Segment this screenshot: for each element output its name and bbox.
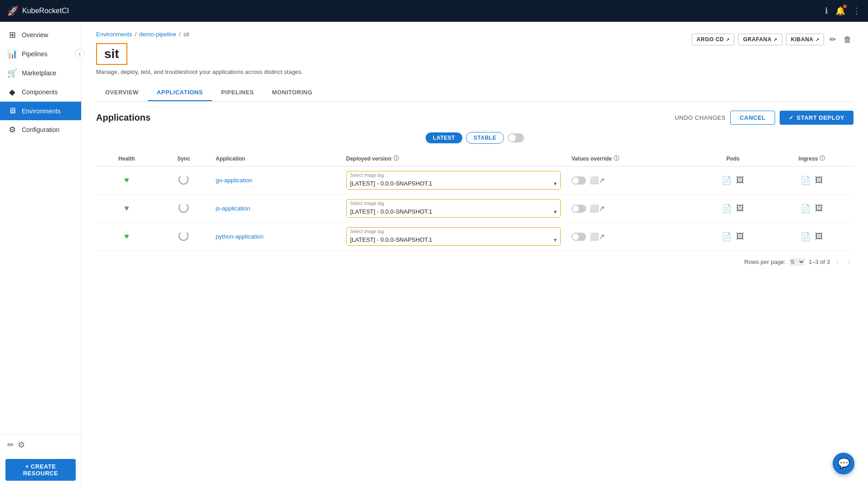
ingress-cell: 📄 🖼 xyxy=(770,223,853,251)
ingress-doc-icon[interactable]: 📄 xyxy=(800,204,810,214)
th-deployed-version: Deployed version ⓘ xyxy=(341,151,567,166)
start-deploy-label: START DEPLOY xyxy=(797,114,844,121)
values-toggle[interactable] xyxy=(572,233,586,241)
sidebar-item-overview[interactable]: ⊞ Overview xyxy=(0,25,81,44)
env-title: sit xyxy=(96,43,127,65)
sync-cell xyxy=(157,166,210,195)
th-health: Health xyxy=(96,151,157,166)
pods-doc-icon[interactable]: 📄 xyxy=(722,204,732,214)
ingress-doc-icon[interactable]: 📄 xyxy=(800,176,810,185)
th-values-override: Values override ⓘ xyxy=(566,151,696,166)
stable-tag-button[interactable]: STABLE xyxy=(466,132,504,144)
pods-ext-icon[interactable]: 🖼 xyxy=(736,204,744,213)
sidebar-item-pipelines[interactable]: 📊 Pipelines xyxy=(0,44,81,63)
edit-values-icon[interactable]: ⬜↗ xyxy=(590,232,605,241)
edit-values-icon[interactable]: ⬜↗ xyxy=(590,176,605,185)
ingress-info-icon[interactable]: ⓘ xyxy=(820,155,825,162)
ingress-ext-icon[interactable]: 🖼 xyxy=(815,232,823,241)
image-tag-select[interactable]: [LATEST] - 0.0.0-SNAPSHOT.1[STABLE] - 0.… xyxy=(347,178,561,189)
kibana-button[interactable]: KIBANA ↗ xyxy=(786,34,824,45)
values-override-cell: ⬜↗ xyxy=(566,166,696,195)
delete-env-button[interactable]: 🗑 xyxy=(842,33,853,46)
sidebar-item-label: Marketplace xyxy=(22,69,56,77)
sidebar-item-configuration[interactable]: ⚙ Configuration xyxy=(0,120,81,139)
edit-values-icon[interactable]: ⬜↗ xyxy=(590,204,605,213)
section-header: Applications UNDO CHANGES CANCEL ✓ START… xyxy=(96,111,853,125)
ingress-doc-icon[interactable]: 📄 xyxy=(800,232,810,242)
tab-pipelines[interactable]: PIPELINES xyxy=(212,84,263,101)
values-toggle[interactable] xyxy=(572,205,586,213)
tab-applications[interactable]: APPLICATIONS xyxy=(148,84,212,101)
sidebar-item-label: Configuration xyxy=(22,126,59,133)
health-icon: ♥ xyxy=(124,232,129,241)
page-range: 1–3 of 3 xyxy=(809,259,830,265)
ingress-ext-icon[interactable]: 🖼 xyxy=(815,204,823,213)
start-deploy-button[interactable]: ✓ START DEPLOY xyxy=(780,111,853,125)
app-name-link[interactable]: js-application xyxy=(216,205,250,212)
sidebar-item-marketplace[interactable]: 🛒 Marketplace xyxy=(0,63,81,83)
th-ingress: Ingress ⓘ xyxy=(770,151,853,166)
sidebar: ‹ ⊞ Overview 📊 Pipelines 🛒 Marketplace ◆… xyxy=(0,22,82,488)
app-name-link[interactable]: go-application xyxy=(216,177,252,184)
ingress-cell: 📄 🖼 xyxy=(770,166,853,195)
app-title: KubeRocketCI xyxy=(22,7,69,15)
sync-spinner xyxy=(179,175,189,185)
pods-cell: 📄 🖼 xyxy=(696,166,770,195)
pods-ext-icon[interactable]: 🖼 xyxy=(736,176,744,185)
th-sync: Sync xyxy=(157,151,210,166)
deployed-version-cell: Select image tag [LATEST] - 0.0.0-SNAPSH… xyxy=(341,223,567,251)
pods-doc-icon[interactable]: 📄 xyxy=(722,232,732,242)
sync-cell xyxy=(157,223,210,251)
pods-ext-icon[interactable]: 🖼 xyxy=(736,232,744,241)
sync-cell xyxy=(157,195,210,223)
argo-cd-label: ARGO CD xyxy=(697,36,724,43)
ingress-cell: 📄 🖼 xyxy=(770,195,853,223)
sidebar-collapse-button[interactable]: ‹ xyxy=(75,49,85,59)
grafana-label: GRAFANA xyxy=(743,36,771,43)
breadcrumb-environments[interactable]: Environments xyxy=(96,31,132,38)
settings-tool-icon[interactable]: ⚙ xyxy=(18,440,25,450)
prev-page-button[interactable]: ‹ xyxy=(834,256,842,268)
ingress-ext-icon[interactable]: 🖼 xyxy=(815,176,823,185)
latest-tag-button[interactable]: LATEST xyxy=(426,132,462,143)
table-header-row: Health Sync Application Deployed version… xyxy=(96,151,853,166)
rows-per-page-label: Rows per page: xyxy=(744,259,786,265)
edit-env-button[interactable]: ✏ xyxy=(828,33,838,46)
argo-cd-button[interactable]: ARGO CD ↗ xyxy=(692,34,735,45)
values-override-info-icon[interactable]: ⓘ xyxy=(614,155,619,162)
image-tag-select[interactable]: [LATEST] - 0.0.0-SNAPSHOT.1[STABLE] - 0.… xyxy=(347,234,561,245)
create-resource-button[interactable]: + CREATE RESOURCE xyxy=(5,459,76,481)
sidebar-item-label: Components xyxy=(22,88,58,96)
app-name-link[interactable]: python-application xyxy=(216,233,264,240)
pods-doc-icon[interactable]: 📄 xyxy=(722,176,732,185)
grafana-button[interactable]: GRAFANA ↗ xyxy=(738,34,782,45)
toggle-switch[interactable] xyxy=(508,133,524,142)
rows-per-page-select[interactable]: 5 10 25 xyxy=(789,258,805,266)
sidebar-item-label: Environments xyxy=(22,107,61,115)
header-actions: ARGO CD ↗ GRAFANA ↗ KIBANA ↗ ✏ 🗑 xyxy=(692,33,853,46)
undo-changes-button[interactable]: UNDO CHANGES xyxy=(675,114,726,121)
kibana-ext-icon: ↗ xyxy=(815,37,820,42)
tab-monitoring[interactable]: MONITORING xyxy=(263,84,321,101)
health-cell: ♥ xyxy=(96,223,157,251)
info-icon[interactable]: ℹ xyxy=(825,6,828,16)
edit-tool-icon[interactable]: ✏ xyxy=(7,440,14,450)
tab-overview[interactable]: OVERVIEW xyxy=(96,84,148,101)
components-icon: ◆ xyxy=(7,87,17,97)
sidebar-item-components[interactable]: ◆ Components xyxy=(0,83,81,102)
logo-icon: 🚀 xyxy=(7,5,19,16)
image-tag-select[interactable]: [LATEST] - 0.0.0-SNAPSHOT.1[STABLE] - 0.… xyxy=(347,206,561,217)
next-page-button[interactable]: › xyxy=(845,256,853,268)
values-override-cell: ⬜↗ xyxy=(566,223,696,251)
values-override-cell: ⬜↗ xyxy=(566,195,696,223)
health-icon: ♥ xyxy=(124,204,129,213)
values-toggle[interactable] xyxy=(572,176,586,185)
chat-fab-button[interactable]: 💬 xyxy=(833,453,854,474)
notification-icon[interactable]: 🔔 xyxy=(835,6,845,16)
more-menu-icon[interactable]: ⋮ xyxy=(853,6,861,16)
sidebar-item-environments[interactable]: 🖥 Environments xyxy=(0,102,81,120)
navbar-left: 🚀 KubeRocketCI xyxy=(7,5,69,16)
deployed-version-info-icon[interactable]: ⓘ xyxy=(393,155,399,162)
cancel-button[interactable]: CANCEL xyxy=(730,111,775,125)
breadcrumb-pipeline[interactable]: demo-pipeline xyxy=(139,31,176,38)
